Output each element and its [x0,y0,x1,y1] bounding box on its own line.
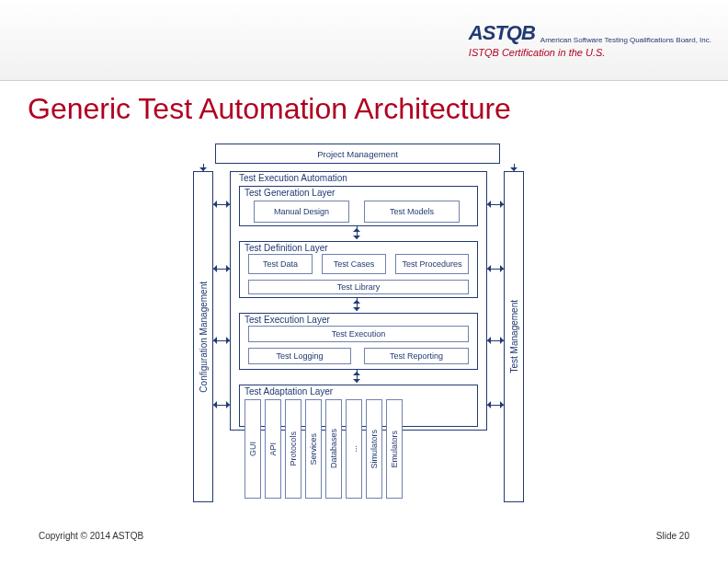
label-adaptation-layer: Test Adaptation Layer [245,386,333,396]
col-api: API [265,399,281,499]
logo-block: ASTQB American Software Testing Qualific… [469,22,711,57]
label-generation-layer: Test Generation Layer [245,188,335,198]
label-tea: Test Execution Automation [239,173,347,183]
logo-subtext: American Software Testing Qualifications… [540,37,711,45]
label-definition-layer: Test Definition Layer [245,243,328,253]
box-project-management: Project Management [215,144,500,164]
footer-slide-number: Slide 20 [656,531,689,541]
logo-tagline: ISTQB Certification in the U.S. [469,47,606,58]
box-test-library: Test Library [248,280,469,294]
box-test-data: Test Data [248,254,313,274]
label-execution-layer: Test Execution Layer [245,315,330,325]
label-test-management: Test Management [509,300,519,373]
box-manual-design: Manual Design [254,201,349,223]
logo-text: ASTQB [469,22,535,44]
box-test-reporting: Test Reporting [364,348,469,364]
col-databases: Databases [325,399,342,499]
footer-copyright: Copyright © 2014 ASTQB [39,531,143,541]
box-test-models: Test Models [364,201,460,223]
box-test-logging: Test Logging [248,348,351,364]
box-test-procedures: Test Procedures [395,254,469,274]
architecture-diagram: Project Management Configuration Managem… [193,144,533,517]
label-config-management: Configuration Management [199,282,209,393]
col-simulators: Simulators [366,399,382,499]
col-services: Services [305,399,322,499]
page-title: Generic Test Automation Architecture [28,92,700,126]
box-test-execution: Test Execution [248,326,469,342]
box-test-cases: Test Cases [322,254,386,274]
col-gui: GUI [245,399,261,499]
header-bar: ASTQB American Software Testing Qualific… [0,0,728,81]
col-protocols: Protocols [285,399,301,499]
col-ellipsis: ... [346,399,362,499]
col-emulators: Emulators [386,399,403,499]
